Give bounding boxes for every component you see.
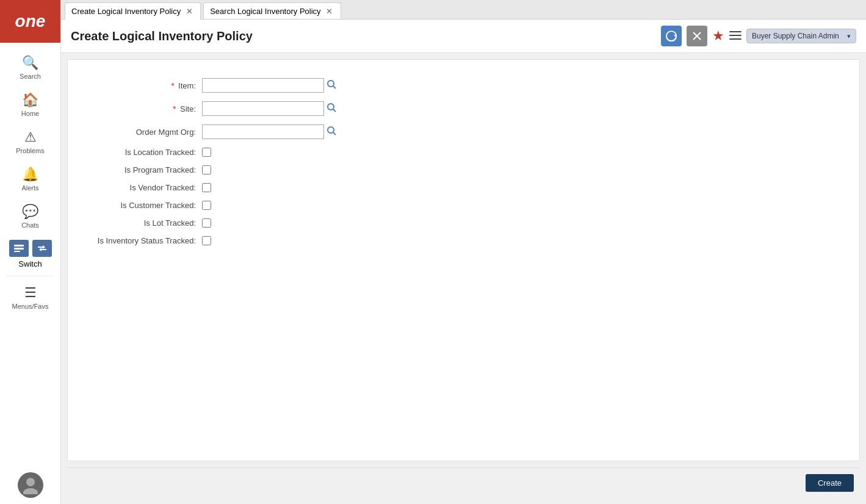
svg-rect-9 — [729, 38, 742, 40]
order-mgmt-org-search-button[interactable] — [327, 126, 336, 138]
form-footer: Create — [67, 467, 860, 498]
order-mgmt-org-input[interactable] — [202, 124, 324, 139]
sidebar-item-switch: Switch — [0, 235, 60, 273]
svg-point-3 — [26, 478, 35, 486]
form-row-site: * Site: — [80, 101, 847, 116]
chat-icon: 💬 — [22, 204, 38, 220]
svg-point-4 — [23, 488, 38, 494]
sidebar-item-problems[interactable]: ⚠ Problems — [0, 123, 60, 160]
user-dropdown[interactable]: Buyer Supply Chain Admin ▾ — [746, 29, 856, 43]
is-vendor-tracked-checkbox[interactable] — [202, 183, 211, 192]
sidebar-item-label-switch: Switch — [18, 259, 41, 268]
star-icon: ★ — [712, 28, 724, 43]
switch-arrows-icon — [37, 244, 48, 253]
svg-point-14 — [328, 127, 334, 133]
form-row-is-customer-tracked: Is Customer Tracked: — [80, 201, 847, 210]
sidebar-divider — [6, 276, 54, 276]
form-row-is-vendor-tracked: Is Vendor Tracked: — [80, 183, 847, 192]
form-row-is-program-tracked: Is Program Tracked: — [80, 165, 847, 175]
home-icon: 🏠 — [22, 92, 38, 108]
svg-point-10 — [328, 81, 334, 87]
user-avatar-icon — [21, 476, 40, 494]
tab-search-label: Search Logical Inventory Policy — [210, 7, 320, 16]
refresh-icon — [666, 31, 677, 41]
label-is-inventory-status-tracked: Is Inventory Status Tracked: — [80, 236, 202, 245]
sidebar-item-label-search: Search — [20, 73, 41, 80]
create-button[interactable]: Create — [806, 474, 854, 492]
star-badge[interactable]: ★ — [712, 28, 724, 44]
switch-icons — [9, 240, 52, 257]
tab-create[interactable]: Create Logical Inventory Policy ✕ — [65, 2, 201, 20]
tab-search-close-button[interactable]: ✕ — [325, 6, 334, 16]
logo-text: one — [15, 12, 46, 31]
form-row-item: * Item: — [80, 78, 847, 93]
app-logo[interactable]: one — [0, 0, 60, 43]
header-actions: ★ Buyer Supply Chain Admin ▾ — [661, 26, 856, 46]
is-lot-tracked-checkbox[interactable] — [202, 218, 211, 228]
form-row-is-inventory-status-tracked: Is Inventory Status Tracked: — [80, 236, 847, 245]
label-is-location-tracked: Is Location Tracked: — [80, 148, 202, 157]
sidebar-item-home[interactable]: 🏠 Home — [0, 86, 60, 123]
bell-icon: 🔔 — [22, 167, 38, 182]
site-search-icon — [327, 103, 336, 112]
chevron-down-icon: ▾ — [847, 32, 851, 40]
site-input[interactable] — [202, 101, 324, 116]
avatar[interactable] — [18, 472, 43, 498]
svg-line-15 — [333, 132, 336, 135]
switch-right-button[interactable] — [32, 240, 52, 257]
sidebar-item-search[interactable]: 🔍 Search — [0, 49, 60, 86]
hamburger-icon — [729, 31, 742, 40]
svg-line-13 — [333, 109, 336, 112]
label-is-vendor-tracked: Is Vendor Tracked: — [80, 183, 202, 192]
label-order-mgmt-org: Order Mgmt Org: — [80, 128, 202, 137]
label-is-customer-tracked: Is Customer Tracked: — [80, 201, 202, 210]
sidebar-item-label-problems: Problems — [16, 147, 44, 154]
layers-icon — [13, 244, 24, 253]
sidebar-bottom — [18, 472, 43, 504]
tab-search[interactable]: Search Logical Inventory Policy ✕ — [203, 2, 341, 19]
site-search-button[interactable] — [327, 103, 336, 115]
is-location-tracked-checkbox[interactable] — [202, 148, 211, 157]
sidebar-item-menus[interactable]: ☰ Menus/Favs — [0, 279, 60, 316]
form-row-is-location-tracked: Is Location Tracked: — [80, 148, 847, 157]
page-header: Create Logical Inventory Policy ★ — [61, 20, 866, 53]
tab-create-close-button[interactable]: ✕ — [184, 6, 194, 16]
item-search-button[interactable] — [327, 79, 336, 92]
switch-left-button[interactable] — [9, 240, 29, 257]
menu-button[interactable] — [729, 30, 742, 43]
sidebar-item-chats[interactable]: 💬 Chats — [0, 198, 60, 235]
close-button[interactable] — [687, 26, 707, 46]
tab-create-label: Create Logical Inventory Policy — [71, 7, 181, 16]
is-program-tracked-checkbox[interactable] — [202, 165, 211, 175]
order-mgmt-org-search-icon — [327, 126, 336, 135]
sidebar-item-label-home: Home — [21, 110, 39, 117]
user-label: Buyer Supply Chain Admin — [752, 32, 839, 40]
tab-bar: Create Logical Inventory Policy ✕ Search… — [61, 0, 866, 20]
svg-rect-7 — [729, 31, 742, 32]
sidebar-item-label-alerts: Alerts — [21, 184, 38, 192]
form-container: * Item: * Site: — [67, 59, 860, 461]
sidebar-item-label-chats: Chats — [21, 221, 39, 229]
item-search-icon — [327, 79, 336, 89]
svg-line-11 — [333, 86, 336, 88]
refresh-button[interactable] — [661, 26, 682, 46]
svg-rect-8 — [729, 35, 742, 36]
label-site: * Site: — [80, 104, 202, 113]
is-customer-tracked-checkbox[interactable] — [202, 201, 211, 210]
sidebar-item-alerts[interactable]: 🔔 Alerts — [0, 160, 60, 198]
svg-point-12 — [328, 104, 334, 110]
sidebar: one 🔍 Search 🏠 Home ⚠ Problems 🔔 Alerts … — [0, 0, 61, 504]
is-inventory-status-tracked-checkbox[interactable] — [202, 236, 211, 245]
svg-rect-2 — [14, 251, 20, 252]
warning-icon: ⚠ — [24, 129, 37, 145]
svg-rect-1 — [14, 248, 24, 250]
svg-rect-0 — [14, 245, 24, 247]
item-input[interactable] — [202, 78, 324, 93]
label-is-lot-tracked: Is Lot Tracked: — [80, 218, 202, 228]
sidebar-item-label-menus: Menus/Favs — [12, 303, 49, 310]
label-item: * Item: — [80, 81, 202, 90]
label-is-program-tracked: Is Program Tracked: — [80, 165, 202, 175]
page-title: Create Logical Inventory Policy — [71, 29, 661, 43]
form-row-order-mgmt-org: Order Mgmt Org: — [80, 124, 847, 139]
form-row-is-lot-tracked: Is Lot Tracked: — [80, 218, 847, 228]
